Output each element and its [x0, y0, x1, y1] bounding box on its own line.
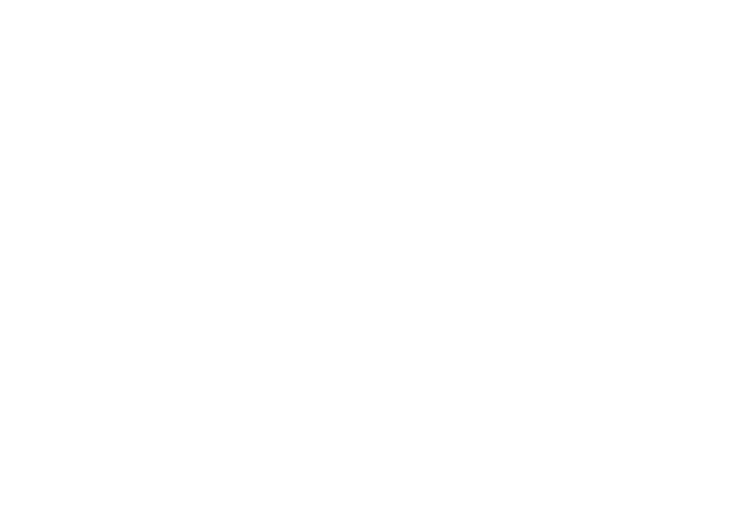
state-diagram: [0, 0, 753, 513]
